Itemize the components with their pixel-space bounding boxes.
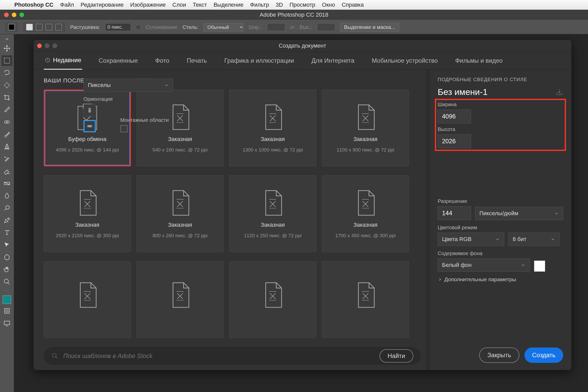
history-brush-tool-icon[interactable] <box>2 154 12 164</box>
lasso-tool-icon[interactable] <box>2 68 12 78</box>
preset-card[interactable]: Заказная2920 x 2159 пикс. @ 300 ppi <box>44 175 131 252</box>
menu-text[interactable]: Текст <box>193 2 207 8</box>
magic-wand-tool-icon[interactable] <box>2 80 12 91</box>
background-select[interactable]: Белый фон <box>438 258 530 272</box>
tab-print[interactable]: Печать <box>186 52 208 69</box>
type-tool-icon[interactable] <box>2 227 12 238</box>
tab-recent[interactable]: Недавние <box>44 51 82 70</box>
tab-web[interactable]: Для Интернета <box>310 52 355 69</box>
preset-card[interactable]: Заказная800 x 260 пикс. @ 72 ppi <box>136 175 224 252</box>
window-zoom-icon[interactable] <box>19 13 24 17</box>
find-button[interactable]: Найти <box>380 349 413 363</box>
menu-layers[interactable]: Слои <box>172 2 186 8</box>
move-tool-icon[interactable] <box>2 43 12 54</box>
menu-view[interactable]: Просмотр <box>290 2 315 8</box>
stock-search-bar: Найти <box>44 347 421 365</box>
menu-select[interactable]: Выделение <box>214 2 244 8</box>
eyedropper-tool-icon[interactable] <box>2 104 12 115</box>
preset-card[interactable]: Заказная1100 x 900 пикс. @ 72 ppi <box>322 90 409 166</box>
menu-filter[interactable]: Фильтр <box>250 2 269 8</box>
app-name[interactable]: Photoshop CC <box>14 2 54 8</box>
stamp-tool-icon[interactable] <box>2 141 12 152</box>
stock-search-input[interactable] <box>63 352 374 360</box>
menu-3d[interactable]: 3D <box>276 2 283 8</box>
selection-new-icon[interactable] <box>26 24 33 30</box>
eraser-tool-icon[interactable] <box>2 166 12 177</box>
preset-subtitle: 1100 x 900 пикс. @ 72 ppi <box>337 147 394 153</box>
dialog-titlebar: Создать документ <box>34 40 571 52</box>
chevron-down-icon <box>164 83 169 88</box>
advanced-toggle[interactable]: Дополнительные параметры <box>438 276 563 282</box>
background-color-swatch[interactable] <box>534 260 545 272</box>
preset-title: Заказная <box>353 136 377 143</box>
style-select[interactable]: Обычный <box>204 23 244 31</box>
selection-subtract-icon[interactable] <box>46 24 52 30</box>
preset-scrollbar[interactable] <box>426 70 429 370</box>
document-name[interactable]: Без имени-1 <box>438 87 488 97</box>
shape-tool-icon[interactable] <box>2 252 12 263</box>
orientation-label: Ориентация <box>83 96 113 102</box>
tab-film[interactable]: Фильмы и видео <box>454 52 504 69</box>
resolution-input[interactable] <box>438 206 471 220</box>
marquee-tool-icon[interactable] <box>8 24 15 30</box>
units-select[interactable]: Пикселы <box>83 79 173 92</box>
window-close-icon[interactable] <box>4 13 9 17</box>
preset-title: Заказная <box>168 222 192 228</box>
expand-icon[interactable]: ›› <box>2 36 12 41</box>
antialias-label: Сглаживание <box>146 24 177 30</box>
menu-image[interactable]: Изображение <box>130 2 166 8</box>
color-depth-select[interactable]: 8 бит <box>508 233 560 246</box>
menu-file[interactable]: Файл <box>60 2 74 8</box>
brush-tool-icon[interactable] <box>2 129 12 140</box>
crop-tool-icon[interactable] <box>2 92 12 103</box>
preset-card[interactable]: Заказная1700 x 450 пикс. @ 300 ppi <box>322 175 409 252</box>
screenmode-tool-icon[interactable] <box>2 318 12 329</box>
zoom-tool-icon[interactable] <box>2 276 12 287</box>
width-input[interactable] <box>438 110 471 123</box>
gradient-tool-icon[interactable] <box>2 178 12 189</box>
menu-window[interactable]: Окно <box>322 2 335 8</box>
foreground-color-swatch[interactable] <box>3 295 11 304</box>
selection-add-icon[interactable] <box>36 24 43 30</box>
tab-saved[interactable]: Сохраненные <box>98 52 139 69</box>
tab-mobile[interactable]: Мобильное устройство <box>371 52 439 69</box>
save-preset-icon[interactable] <box>555 88 563 96</box>
tab-photo[interactable]: Фото <box>154 52 170 69</box>
color-mode-select[interactable]: Цвета RGB <box>438 233 504 246</box>
height-input[interactable] <box>438 134 471 148</box>
close-button[interactable]: Закрыть <box>479 347 519 363</box>
dodge-tool-icon[interactable] <box>2 203 12 213</box>
pen-tool-icon[interactable] <box>2 215 12 226</box>
preset-card[interactable]: Заказная1300 x 1000 пикс. @ 72 ppi <box>229 90 316 166</box>
marquee-tool-icon[interactable] <box>2 55 12 66</box>
preset-card[interactable] <box>136 261 224 338</box>
path-tool-icon[interactable] <box>2 239 12 250</box>
create-button[interactable]: Создать <box>524 347 563 363</box>
resolution-units-select[interactable]: Пикселы/дюйм <box>475 207 563 220</box>
blur-tool-icon[interactable] <box>2 190 12 201</box>
healing-tool-icon[interactable] <box>2 117 12 127</box>
selection-intersect-icon[interactable] <box>55 24 62 30</box>
menu-help[interactable]: Справка <box>342 2 364 8</box>
preset-card[interactable]: Заказная1120 x 250 пикс. @ 72 ppi <box>229 175 316 252</box>
feather-input[interactable] <box>105 23 131 31</box>
svg-rect-9 <box>4 321 10 325</box>
chevron-right-icon <box>438 277 442 282</box>
quickmask-tool-icon[interactable] <box>2 306 12 316</box>
preset-card[interactable] <box>44 261 131 338</box>
window-minimize-icon[interactable] <box>12 13 16 17</box>
menu-edit[interactable]: Редактирование <box>81 2 124 8</box>
preset-card[interactable] <box>229 261 316 338</box>
select-and-mask-button[interactable]: Выделение и маска... <box>340 23 399 32</box>
tab-art[interactable]: Графика и иллюстрации <box>223 52 295 69</box>
dialog-close-icon[interactable] <box>37 43 42 48</box>
dialog-zoom-icon <box>52 43 57 48</box>
chevron-down-icon <box>554 211 559 216</box>
orientation-landscape-button[interactable] <box>83 120 96 132</box>
artboards-checkbox[interactable] <box>120 125 128 132</box>
dialog-tabs: Недавние Сохраненные Фото Печать Графика… <box>34 52 571 70</box>
preset-title: Заказная <box>261 136 285 143</box>
orientation-portrait-button[interactable] <box>83 104 96 116</box>
preset-card[interactable] <box>322 261 409 338</box>
hand-tool-icon[interactable] <box>2 264 12 275</box>
